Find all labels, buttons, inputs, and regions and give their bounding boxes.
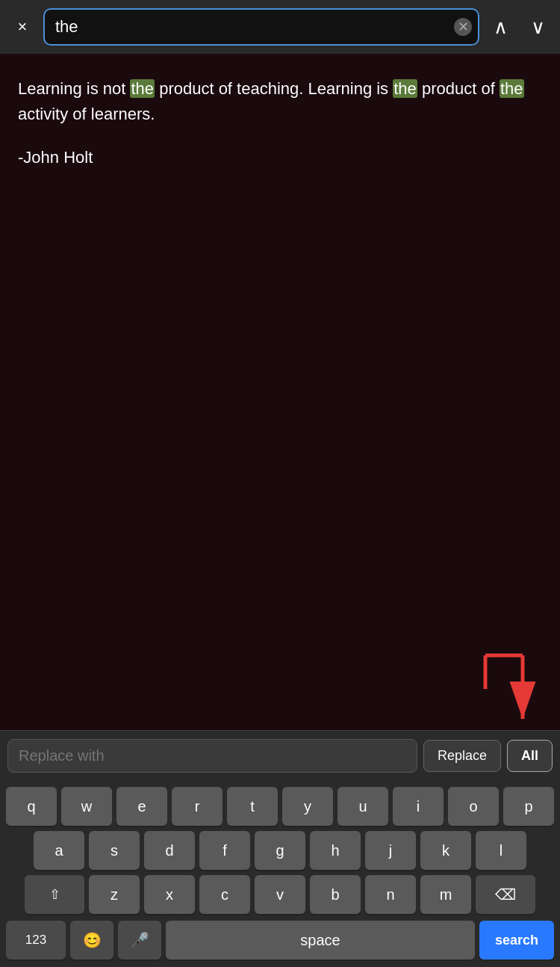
- quote-text-before: Learning is not: [18, 79, 130, 98]
- close-button[interactable]: ×: [9, 13, 36, 40]
- key-a[interactable]: a: [34, 831, 84, 870]
- quote-text-middle: product of teaching. Learning is: [155, 79, 393, 98]
- quote-text: Learning is not the product of teaching.…: [18, 76, 542, 127]
- key-i[interactable]: i: [393, 787, 444, 826]
- key-w[interactable]: w: [61, 787, 112, 826]
- keyboard-row-3: ⇧ z x c v b n m ⌫: [3, 875, 557, 914]
- keyboard-bottom-row: 123 😊 🎤 space search: [3, 919, 557, 964]
- key-search[interactable]: search: [479, 921, 554, 960]
- key-q[interactable]: q: [6, 787, 57, 826]
- key-p[interactable]: p: [503, 787, 554, 826]
- key-m[interactable]: m: [420, 875, 471, 914]
- key-d[interactable]: d: [144, 831, 195, 870]
- nav-up-button[interactable]: ∧: [487, 13, 514, 40]
- search-input[interactable]: [43, 8, 479, 46]
- key-u[interactable]: u: [337, 787, 388, 826]
- key-b[interactable]: b: [310, 875, 361, 914]
- key-l[interactable]: l: [476, 831, 526, 870]
- key-k[interactable]: k: [420, 831, 471, 870]
- key-x[interactable]: x: [144, 875, 195, 914]
- key-shift[interactable]: ⇧: [25, 875, 84, 914]
- highlight-the-2: the: [393, 79, 417, 98]
- key-c[interactable]: c: [199, 875, 250, 914]
- replace-button[interactable]: Replace: [423, 740, 501, 772]
- quote-text-end: activity of learners.: [18, 105, 155, 123]
- replace-all-button[interactable]: All: [507, 740, 553, 772]
- key-mic[interactable]: 🎤: [118, 921, 161, 960]
- key-g[interactable]: g: [255, 831, 305, 870]
- author-text: -John Holt: [18, 145, 542, 170]
- key-e[interactable]: e: [116, 787, 167, 826]
- key-numbers[interactable]: 123: [6, 921, 66, 960]
- clear-input-button[interactable]: ✕: [454, 18, 472, 36]
- key-h[interactable]: h: [310, 831, 361, 870]
- search-input-wrapper: ✕: [43, 8, 479, 46]
- key-v[interactable]: v: [255, 875, 305, 914]
- replace-input[interactable]: [7, 739, 417, 773]
- keyboard-row-2: a s d f g h j k l: [3, 831, 557, 870]
- key-backspace[interactable]: ⌫: [476, 875, 535, 914]
- search-bar: × ✕ ∧ ∨: [0, 0, 560, 54]
- keyboard: q w e r t y u i o p a s d f g h j k l ⇧ …: [0, 781, 560, 967]
- replace-bar: Replace All: [0, 730, 560, 781]
- key-r[interactable]: r: [172, 787, 223, 826]
- key-space[interactable]: space: [166, 921, 475, 960]
- key-o[interactable]: o: [448, 787, 499, 826]
- content-area: Learning is not the product of teaching.…: [0, 54, 560, 730]
- key-f[interactable]: f: [199, 831, 250, 870]
- highlight-the-3: the: [500, 79, 524, 98]
- key-y[interactable]: y: [282, 787, 333, 826]
- replace-section: Replace All: [0, 730, 560, 781]
- key-j[interactable]: j: [365, 831, 416, 870]
- keyboard-row-1: q w e r t y u i o p: [3, 787, 557, 826]
- nav-down-button[interactable]: ∨: [524, 13, 551, 40]
- key-t[interactable]: t: [227, 787, 278, 826]
- quote-text-after: product of: [417, 79, 500, 98]
- key-s[interactable]: s: [89, 831, 140, 870]
- highlight-the-1: the: [130, 79, 155, 98]
- key-n[interactable]: n: [365, 875, 416, 914]
- key-z[interactable]: z: [89, 875, 140, 914]
- nav-arrows: ∧ ∨: [487, 13, 551, 40]
- key-emoji[interactable]: 😊: [70, 921, 113, 960]
